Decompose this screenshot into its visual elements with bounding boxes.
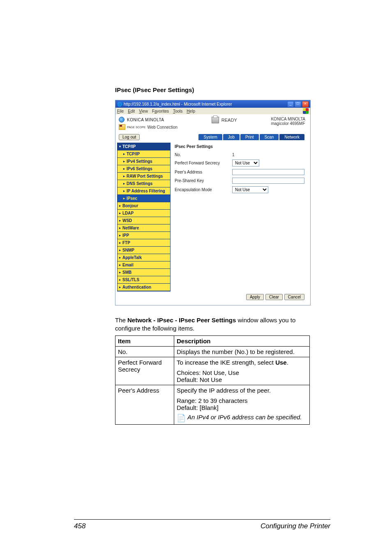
menu-help[interactable]: Help [187, 109, 195, 113]
input-peer-address[interactable] [232, 169, 304, 175]
sidebar-item-bonjour[interactable]: ▸Bonjour [118, 202, 170, 210]
windows-flag-icon [303, 108, 309, 114]
menu-bar: File Edit View Favorites Tools Help [115, 108, 310, 114]
logout-button[interactable]: Log out [119, 134, 140, 140]
sidebar-item-ipv6[interactable]: ▸IPv6 Settings [118, 165, 170, 173]
model-line1: KONICA MINOLTA [271, 117, 305, 121]
browser-window: 🌐 http://192.168.1.2/a_index.html - Micr… [115, 100, 311, 305]
label-no: No. [175, 153, 232, 157]
brand-name: KONICA MINOLTA [127, 118, 164, 122]
content-footer: Apply Clear Cancel [117, 291, 309, 303]
window-title-bar: 🌐 http://192.168.1.2/a_index.html - Micr… [115, 100, 310, 108]
menu-favorites[interactable]: Favorites [152, 109, 169, 113]
row-pfs-item: Perfect Forward Secrecy [115, 357, 174, 385]
sidebar-item-rawport[interactable]: ▸RAW Port Settings [118, 173, 170, 180]
label-encapsulation: Encapsulation Mode [175, 187, 232, 192]
tab-print[interactable]: Print [240, 134, 259, 140]
sidebar-item-ftp[interactable]: ▸FTP [118, 239, 170, 247]
section-heading: IPsec (IPsec Peer Settings) [115, 86, 310, 93]
label-preshared-key: Pre-Shared Key [175, 178, 232, 183]
tab-scan[interactable]: Scan [260, 134, 279, 140]
page-title: Configuring the Printer [261, 522, 330, 530]
menu-file[interactable]: File [117, 109, 124, 113]
menu-edit[interactable]: Edit [128, 109, 135, 113]
sidebar-item-ssltls[interactable]: ▸SSL/TLS [118, 276, 170, 284]
note-text: An IPv4 or IPv6 address can be specified… [187, 414, 302, 421]
row-peer-desc: Specify the IP address of the peer. Rang… [174, 385, 310, 424]
sidebar-item-tcpip[interactable]: ▸TCP/IP [118, 150, 170, 158]
tab-job[interactable]: Job [223, 134, 240, 140]
intro-paragraph: The Network - IPsec - IPsec Peer Setting… [115, 316, 310, 333]
sidebar-item-wsd[interactable]: ▸WSD [118, 217, 170, 224]
row-no-item: No. [115, 346, 174, 357]
sidebar-item-ipfilter[interactable]: ▸IP Address Filtering [118, 187, 170, 195]
row-no-desc: Displays the number (No.) to be register… [174, 346, 310, 357]
maximize-button[interactable]: □ [295, 101, 301, 107]
note-icon: 📄 [177, 414, 185, 423]
tab-bar: System Job Print Scan Network [198, 134, 305, 140]
connection-text: Web Connection [147, 125, 178, 130]
th-item: Item [115, 335, 174, 346]
pagescope-icon [119, 124, 125, 130]
sidebar-item-snmp[interactable]: ▸SNMP [118, 247, 170, 254]
content-title: IPsec Peer Settings [175, 144, 304, 149]
window-title: http://192.168.1.2/a_index.html - Micros… [124, 102, 232, 106]
cancel-button[interactable]: Cancel [284, 294, 304, 300]
value-no: 1 [232, 153, 304, 157]
sidebar-item-ipsec[interactable]: ▸IPsec [118, 195, 170, 202]
clear-button[interactable]: Clear [265, 294, 283, 300]
label-peer-address: Peer's Address [175, 170, 232, 174]
select-encapsulation[interactable]: Not Use [232, 186, 268, 193]
select-pfs[interactable]: Not Use [232, 160, 259, 166]
page-footer: 458 Configuring the Printer [74, 519, 330, 530]
sidebar-item-ldap[interactable]: ▸LDAP [118, 210, 170, 217]
menu-view[interactable]: View [139, 109, 148, 113]
label-pfs: Perfect Forward Secrecy [175, 161, 232, 165]
sidebar-item-dns[interactable]: ▸DNS Settings [118, 180, 170, 187]
minimize-button[interactable]: _ [287, 101, 294, 107]
printer-status: READY [221, 118, 237, 123]
description-table: Item Description No. Displays the number… [115, 335, 310, 425]
sidebar-item-auth[interactable]: ▸Authentication [118, 284, 170, 291]
row-pfs-desc: To increase the IKE strength, select Use… [174, 357, 310, 385]
page-number: 458 [74, 522, 85, 530]
sidebar-item-appletalk[interactable]: ▸AppleTalk [118, 254, 170, 261]
sidebar: ▾TCP/IP ▸TCP/IP ▸IPv4 Settings ▸IPv6 Set… [117, 143, 171, 291]
brand-logo-icon [119, 117, 125, 123]
model-line2: magicolor 4695MF [271, 121, 305, 126]
content-pane: IPsec Peer Settings No. 1 Perfect Forwar… [171, 143, 309, 291]
sidebar-item-netware[interactable]: ▸NetWare [118, 224, 170, 232]
sidebar-item-ipv4[interactable]: ▸IPv4 Settings [118, 158, 170, 165]
connection-prefix: PAGE SCOPE [127, 126, 145, 129]
sidebar-item-tcpip-top[interactable]: ▾TCP/IP [118, 143, 170, 150]
ie-icon: 🌐 [117, 102, 122, 106]
input-preshared-key[interactable] [232, 178, 304, 184]
th-description: Description [174, 335, 310, 346]
sidebar-item-email[interactable]: ▸Email [118, 261, 170, 269]
printer-icon [212, 117, 219, 123]
tab-system[interactable]: System [198, 134, 222, 140]
menu-tools[interactable]: Tools [173, 109, 182, 113]
sidebar-item-ipp[interactable]: ▸IPP [118, 232, 170, 239]
close-button[interactable]: × [302, 101, 309, 107]
row-peer-item: Peer's Address [115, 385, 174, 424]
tab-network[interactable]: Network [279, 134, 304, 140]
sidebar-item-smb[interactable]: ▸SMB [118, 269, 170, 276]
apply-button[interactable]: Apply [246, 294, 264, 300]
